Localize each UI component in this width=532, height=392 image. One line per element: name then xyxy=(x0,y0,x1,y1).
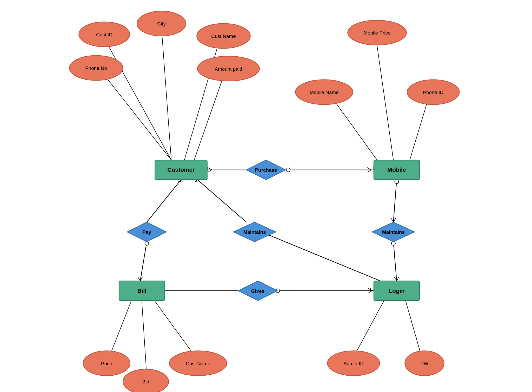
cf10 xyxy=(368,291,372,293)
label-pw: PW xyxy=(421,361,429,366)
label-cust-name-bill: Cust Name xyxy=(186,361,210,366)
line-price-bill xyxy=(109,292,135,358)
line-custnamebill-bill xyxy=(148,292,197,358)
label-city: City xyxy=(157,21,166,26)
label-pay: Pay xyxy=(142,229,151,235)
cf16 xyxy=(197,180,200,182)
label-price: Price xyxy=(101,361,112,366)
label-cust-id: Cust ID xyxy=(96,32,112,37)
line-customer-maintains-center xyxy=(197,180,247,222)
label-mobile: Mobile xyxy=(387,167,406,173)
line-mobile-maintains-right xyxy=(393,180,397,222)
line-pay-bill xyxy=(140,242,147,281)
label-amount-paid: Amount paid xyxy=(215,66,242,72)
er-diagram: Cust ID City Cust Name Phone No Amount p… xyxy=(0,0,532,392)
line-phoneno-customer xyxy=(99,68,171,160)
diagram-svg: Cust ID City Cust Name Phone No Amount p… xyxy=(0,0,532,392)
label-admin-id: Admin ID xyxy=(343,361,364,366)
label-bid: Bid xyxy=(142,379,149,384)
cf1 xyxy=(208,168,212,170)
label-maintains-center: Maintains xyxy=(243,229,266,235)
label-cust-name-top: Cust Name xyxy=(211,34,236,39)
label-phone-id: Phone ID xyxy=(423,90,444,95)
label-phone-no: Phone No xyxy=(85,65,107,71)
line-bid-bill xyxy=(141,292,147,376)
circle-purchase-right xyxy=(286,168,290,172)
cf4 xyxy=(367,170,371,172)
line-adminid-login xyxy=(353,292,388,358)
label-gives: Gives xyxy=(251,288,264,294)
cf2 xyxy=(208,170,212,172)
label-mobile-price: Mobile Price xyxy=(364,30,391,36)
line-mobileprice-mobile xyxy=(375,34,393,160)
cf5 xyxy=(178,180,181,182)
line-custid-customer xyxy=(104,38,171,160)
line-customer-pay-top xyxy=(147,180,181,222)
cf15 xyxy=(195,180,197,182)
label-customer: Customer xyxy=(167,167,195,173)
line-amountpaid-customer xyxy=(194,69,226,160)
label-login: Login xyxy=(389,288,405,294)
line-maintains-center-login xyxy=(269,235,381,281)
label-bill: Bill xyxy=(137,288,147,294)
line-maintains-right-login xyxy=(393,242,397,281)
line-city-customer xyxy=(162,28,171,160)
line-custname-customer xyxy=(184,38,220,160)
cf11 xyxy=(391,218,394,222)
circle-mobile-maintains xyxy=(395,180,398,184)
cf14 xyxy=(397,277,399,281)
label-maintains-right: Maintains xyxy=(382,229,405,235)
line-pw-login xyxy=(403,292,422,358)
label-mobile-name: Mobile Name xyxy=(310,90,338,95)
label-purchase: Purchase xyxy=(255,167,277,173)
cf6 xyxy=(181,180,184,182)
cf3 xyxy=(367,168,371,170)
cf9 xyxy=(368,288,372,291)
